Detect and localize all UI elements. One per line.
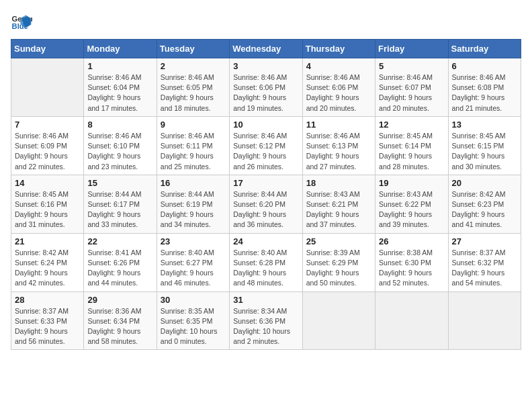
calendar-cell: 4Sunrise: 8:46 AMSunset: 6:06 PMDaylight… bbox=[302, 58, 375, 117]
day-number: 31 bbox=[233, 295, 298, 305]
day-info: Sunrise: 8:37 AMSunset: 6:33 PMDaylight:… bbox=[15, 306, 80, 347]
calendar-cell: 9Sunrise: 8:46 AMSunset: 6:11 PMDaylight… bbox=[157, 116, 229, 175]
calendar-week-2: 7Sunrise: 8:46 AMSunset: 6:09 PMDaylight… bbox=[11, 116, 521, 175]
calendar-cell: 17Sunrise: 8:44 AMSunset: 6:20 PMDayligh… bbox=[230, 175, 302, 233]
calendar-week-1: 1Sunrise: 8:46 AMSunset: 6:04 PMDaylight… bbox=[11, 58, 521, 117]
calendar-week-3: 14Sunrise: 8:45 AMSunset: 6:16 PMDayligh… bbox=[11, 175, 521, 233]
day-number: 30 bbox=[161, 295, 226, 305]
day-number: 2 bbox=[161, 61, 226, 71]
day-info: Sunrise: 8:41 AMSunset: 6:26 PMDaylight:… bbox=[87, 248, 152, 289]
day-number: 8 bbox=[87, 120, 152, 130]
calendar-cell: 23Sunrise: 8:40 AMSunset: 6:27 PMDayligh… bbox=[157, 233, 229, 291]
day-info: Sunrise: 8:38 AMSunset: 6:30 PMDaylight:… bbox=[379, 248, 444, 289]
calendar-cell bbox=[302, 291, 375, 350]
day-info: Sunrise: 8:44 AMSunset: 6:19 PMDaylight:… bbox=[161, 189, 226, 230]
calendar-cell: 12Sunrise: 8:45 AMSunset: 6:14 PMDayligh… bbox=[375, 116, 448, 175]
day-number: 12 bbox=[379, 120, 444, 130]
day-header-tuesday: Tuesday bbox=[157, 40, 229, 58]
day-info: Sunrise: 8:46 AMSunset: 6:10 PMDaylight:… bbox=[87, 131, 152, 172]
calendar-week-4: 21Sunrise: 8:42 AMSunset: 6:24 PMDayligh… bbox=[11, 233, 521, 291]
day-number: 26 bbox=[379, 236, 444, 246]
day-number: 25 bbox=[306, 236, 371, 246]
calendar-cell: 31Sunrise: 8:34 AMSunset: 6:36 PMDayligh… bbox=[230, 291, 302, 350]
day-info: Sunrise: 8:46 AMSunset: 6:11 PMDaylight:… bbox=[161, 131, 226, 172]
day-info: Sunrise: 8:35 AMSunset: 6:35 PMDaylight:… bbox=[161, 306, 226, 347]
calendar-cell: 7Sunrise: 8:46 AMSunset: 6:09 PMDaylight… bbox=[11, 116, 84, 175]
day-info: Sunrise: 8:46 AMSunset: 6:06 PMDaylight:… bbox=[306, 73, 371, 113]
day-number: 19 bbox=[379, 178, 444, 188]
calendar-cell: 18Sunrise: 8:43 AMSunset: 6:21 PMDayligh… bbox=[302, 175, 375, 233]
calendar-week-5: 28Sunrise: 8:37 AMSunset: 6:33 PMDayligh… bbox=[11, 291, 521, 350]
day-info: Sunrise: 8:46 AMSunset: 6:06 PMDaylight:… bbox=[233, 73, 298, 113]
day-number: 4 bbox=[306, 61, 371, 71]
calendar-cell: 1Sunrise: 8:46 AMSunset: 6:04 PMDaylight… bbox=[84, 58, 157, 117]
day-number: 13 bbox=[452, 120, 517, 130]
day-info: Sunrise: 8:45 AMSunset: 6:15 PMDaylight:… bbox=[452, 131, 517, 172]
day-header-saturday: Saturday bbox=[448, 40, 521, 58]
day-info: Sunrise: 8:46 AMSunset: 6:09 PMDaylight:… bbox=[15, 131, 80, 172]
day-number: 5 bbox=[379, 61, 444, 71]
day-number: 9 bbox=[161, 120, 226, 130]
calendar-cell: 11Sunrise: 8:46 AMSunset: 6:13 PMDayligh… bbox=[302, 116, 375, 175]
calendar-header-row: SundayMondayTuesdayWednesdayThursdayFrid… bbox=[11, 40, 521, 58]
day-info: Sunrise: 8:46 AMSunset: 6:12 PMDaylight:… bbox=[233, 131, 298, 172]
calendar-cell: 19Sunrise: 8:43 AMSunset: 6:22 PMDayligh… bbox=[375, 175, 448, 233]
calendar-cell: 24Sunrise: 8:40 AMSunset: 6:28 PMDayligh… bbox=[230, 233, 302, 291]
day-number: 22 bbox=[87, 236, 152, 246]
day-info: Sunrise: 8:34 AMSunset: 6:36 PMDaylight:… bbox=[233, 306, 298, 347]
day-number: 15 bbox=[87, 178, 152, 188]
page-header: General Blue bbox=[11, 11, 521, 32]
day-number: 6 bbox=[452, 61, 517, 71]
calendar-cell: 15Sunrise: 8:44 AMSunset: 6:17 PMDayligh… bbox=[84, 175, 157, 233]
day-info: Sunrise: 8:40 AMSunset: 6:27 PMDaylight:… bbox=[161, 248, 226, 289]
day-number: 11 bbox=[306, 120, 371, 130]
day-header-monday: Monday bbox=[84, 40, 157, 58]
day-info: Sunrise: 8:46 AMSunset: 6:04 PMDaylight:… bbox=[87, 73, 152, 113]
calendar-cell bbox=[448, 291, 521, 350]
calendar-cell: 30Sunrise: 8:35 AMSunset: 6:35 PMDayligh… bbox=[157, 291, 229, 350]
day-info: Sunrise: 8:43 AMSunset: 6:22 PMDaylight:… bbox=[379, 189, 444, 230]
calendar-cell: 28Sunrise: 8:37 AMSunset: 6:33 PMDayligh… bbox=[11, 291, 84, 350]
day-number: 27 bbox=[452, 236, 517, 246]
day-header-sunday: Sunday bbox=[11, 40, 84, 58]
logo-icon: General Blue bbox=[11, 11, 32, 32]
day-number: 29 bbox=[87, 295, 152, 305]
calendar-cell: 22Sunrise: 8:41 AMSunset: 6:26 PMDayligh… bbox=[84, 233, 157, 291]
day-info: Sunrise: 8:44 AMSunset: 6:17 PMDaylight:… bbox=[87, 189, 152, 230]
calendar-table: SundayMondayTuesdayWednesdayThursdayFrid… bbox=[11, 39, 521, 350]
day-number: 17 bbox=[233, 178, 298, 188]
calendar-cell: 10Sunrise: 8:46 AMSunset: 6:12 PMDayligh… bbox=[230, 116, 302, 175]
day-info: Sunrise: 8:42 AMSunset: 6:24 PMDaylight:… bbox=[15, 248, 80, 289]
day-info: Sunrise: 8:46 AMSunset: 6:07 PMDaylight:… bbox=[379, 73, 444, 113]
day-number: 23 bbox=[161, 236, 226, 246]
day-info: Sunrise: 8:39 AMSunset: 6:29 PMDaylight:… bbox=[306, 248, 371, 289]
calendar-cell: 16Sunrise: 8:44 AMSunset: 6:19 PMDayligh… bbox=[157, 175, 229, 233]
day-info: Sunrise: 8:40 AMSunset: 6:28 PMDaylight:… bbox=[233, 248, 298, 289]
calendar-cell: 2Sunrise: 8:46 AMSunset: 6:05 PMDaylight… bbox=[157, 58, 229, 117]
calendar-cell: 25Sunrise: 8:39 AMSunset: 6:29 PMDayligh… bbox=[302, 233, 375, 291]
day-header-friday: Friday bbox=[375, 40, 448, 58]
logo: General Blue bbox=[11, 11, 35, 32]
day-info: Sunrise: 8:42 AMSunset: 6:23 PMDaylight:… bbox=[452, 189, 517, 230]
calendar-cell: 5Sunrise: 8:46 AMSunset: 6:07 PMDaylight… bbox=[375, 58, 448, 117]
calendar-cell: 3Sunrise: 8:46 AMSunset: 6:06 PMDaylight… bbox=[230, 58, 302, 117]
day-number: 28 bbox=[15, 295, 80, 305]
day-number: 14 bbox=[15, 178, 80, 188]
day-info: Sunrise: 8:46 AMSunset: 6:08 PMDaylight:… bbox=[452, 73, 517, 113]
day-info: Sunrise: 8:45 AMSunset: 6:16 PMDaylight:… bbox=[15, 189, 80, 230]
day-header-thursday: Thursday bbox=[302, 40, 375, 58]
day-info: Sunrise: 8:36 AMSunset: 6:34 PMDaylight:… bbox=[87, 306, 152, 347]
calendar-cell: 27Sunrise: 8:37 AMSunset: 6:32 PMDayligh… bbox=[448, 233, 521, 291]
calendar-cell bbox=[375, 291, 448, 350]
day-info: Sunrise: 8:43 AMSunset: 6:21 PMDaylight:… bbox=[306, 189, 371, 230]
day-info: Sunrise: 8:37 AMSunset: 6:32 PMDaylight:… bbox=[452, 248, 517, 289]
day-number: 10 bbox=[233, 120, 298, 130]
calendar-cell: 14Sunrise: 8:45 AMSunset: 6:16 PMDayligh… bbox=[11, 175, 84, 233]
day-number: 16 bbox=[161, 178, 226, 188]
day-info: Sunrise: 8:45 AMSunset: 6:14 PMDaylight:… bbox=[379, 131, 444, 172]
calendar-cell: 8Sunrise: 8:46 AMSunset: 6:10 PMDaylight… bbox=[84, 116, 157, 175]
calendar-cell: 26Sunrise: 8:38 AMSunset: 6:30 PMDayligh… bbox=[375, 233, 448, 291]
day-info: Sunrise: 8:44 AMSunset: 6:20 PMDaylight:… bbox=[233, 189, 298, 230]
day-info: Sunrise: 8:46 AMSunset: 6:13 PMDaylight:… bbox=[306, 131, 371, 172]
day-number: 21 bbox=[15, 236, 80, 246]
